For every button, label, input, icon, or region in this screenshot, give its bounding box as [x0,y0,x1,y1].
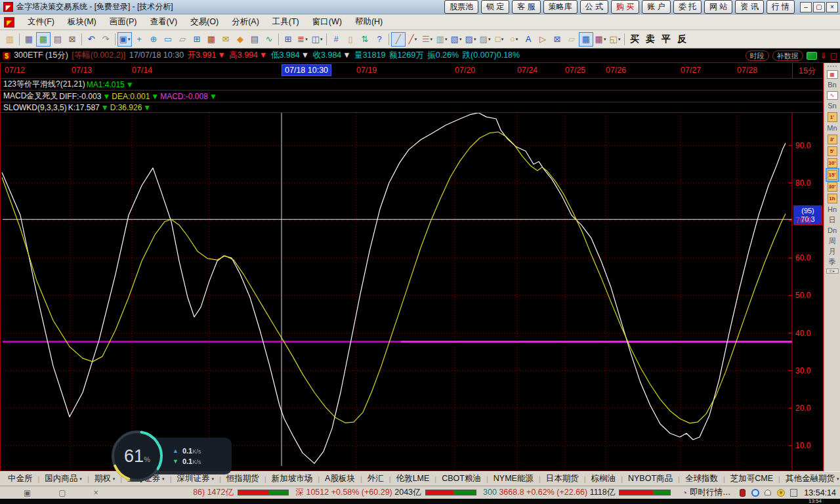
delete-drawing-icon[interactable]: ⊠ [550,32,564,47]
titlebar-button-股票池[interactable]: 股票池 [444,0,478,14]
copy-screen-icon[interactable]: ⊞ [190,32,204,47]
menu-板块(M)[interactable]: 板块(M) [61,15,103,29]
sidebar-label-周[interactable]: 周 [829,237,836,245]
draw-ellipse-icon[interactable]: ○▾ [507,32,521,47]
market-tab-A股板块[interactable]: A股板块 [320,472,360,486]
market-tab-全球指数[interactable]: 全球指数 [680,472,723,486]
restore-button[interactable]: ▢ [813,2,825,12]
data-card-icon[interactable] [807,52,817,60]
database-icon[interactable] [738,488,747,497]
trend-chart-icon[interactable]: ∿ [827,91,838,100]
titlebar-button-网站[interactable]: 网 站 [704,0,732,14]
market-tab-棕榈油[interactable]: 棕榈油 [586,472,621,486]
quote-status[interactable]: ◔即时行情… [682,487,731,498]
sidebar-label-季[interactable]: 季 [829,258,836,266]
zoom-in-icon[interactable]: ⊕ [146,32,161,47]
redo-icon[interactable]: ↷ [98,32,113,47]
titlebar-button-锁定[interactable]: 锁 定 [481,0,509,14]
updown-icon[interactable]: ⇅ [358,32,372,47]
market-tab-其他金融期货[interactable]: 其他金融期货▾ [780,472,840,486]
block-trade-icon[interactable]: ▦ [22,32,36,47]
sidebar-label-月[interactable]: 月 [829,247,836,256]
layout-icon[interactable]: ◫▾ [310,32,324,47]
period-button-30'[interactable]: 30' [828,182,837,192]
globe-icon[interactable] [751,488,760,497]
draw-flag-icon[interactable]: ▷ [536,32,550,47]
titlebar-button-账户[interactable]: 账 户 [642,0,670,14]
draw-gann-icon[interactable]: ▨▾ [463,32,478,47]
block-manage-icon[interactable]: ▦ [36,32,51,47]
market-tab-外汇[interactable]: 外汇 [362,472,389,486]
indicator-header-2[interactable]: MACD金叉死叉 DIFF:-0.003▼ DEA:0.001▼ MACD:-0… [1,91,823,102]
edit-note-icon[interactable]: ▱ [175,32,190,47]
sell-button[interactable]: 卖 [642,33,658,46]
sidebar-label-日[interactable]: 日 [829,216,836,224]
help-icon[interactable]: ? [372,32,387,47]
mail-icon[interactable]: ✉ [219,32,233,47]
restore-child-icon[interactable]: ▢ [58,488,66,497]
multi-chart-icon[interactable]: ⊞ [281,32,295,47]
market-tab-伦敦LME[interactable]: 伦敦LME [391,472,435,486]
indicator-list-icon[interactable]: ≣▾ [295,32,310,47]
menu-查看(V)[interactable]: 查看(V) [143,15,184,29]
draw-text-icon[interactable]: A [521,32,536,47]
menu-logo-icon[interactable]: ◤ [4,17,14,28]
palette-icon[interactable]: ▦▾ [593,32,608,47]
disk-icon[interactable] [789,488,799,497]
menu-工具(T)[interactable]: 工具(T) [266,15,306,29]
pan-icon[interactable]: + [132,32,146,47]
draw-vlines-icon[interactable]: ▥▾ [434,32,449,47]
titlebar-button-策略库[interactable]: 策略库 [543,0,578,14]
period-button-10'[interactable]: 10' [828,158,837,168]
custom-draw-icon[interactable]: ◱▾ [608,32,622,47]
period-button-5'[interactable]: 5' [828,146,837,156]
market-tab-新加坡市场[interactable]: 新加坡市场 [266,472,318,486]
indicator-header-1[interactable]: 123等价平滑线?(21,21) MA1:4.015▼ [1,79,823,91]
titlebar-button-资讯[interactable]: 资 讯 [735,0,763,14]
open-folder-icon[interactable]: ▥ [3,32,17,47]
titlebar-button-购买[interactable]: 购 买 [611,0,639,14]
draw-trend-icon[interactable]: ╱ [391,32,406,47]
draw-line-icon[interactable]: ╱▾ [406,32,420,47]
kline-chart-icon[interactable]: ▦ [827,70,838,79]
select-tool-icon[interactable]: ▣▾ [117,32,132,47]
market-tab-芝加哥CME[interactable]: 芝加哥CME [725,472,778,486]
market-tab-中金所[interactable]: 中金所 [3,472,38,486]
monitor-alert-icon[interactable]: ▦ [204,32,219,47]
sidebar-grip[interactable] [828,66,837,67]
draw-rect-icon[interactable]: □▾ [492,32,507,47]
cascade-windows-icon[interactable]: ▣ [24,488,31,497]
sidebar-collapse[interactable]: ≡ ▸ [826,268,839,274]
download-arrow-icon[interactable]: ⇓ [820,51,827,60]
restore-child-icon[interactable]: ▢ [830,51,837,60]
reverse-button[interactable]: 反 [674,33,690,46]
warning-icon[interactable]: ◆ [233,32,247,47]
ruler-icon[interactable]: ▭ [161,32,175,47]
titlebar-button-客服[interactable]: 客 服 [512,0,540,14]
sidebar-label-Mn[interactable]: Mn [827,124,837,133]
trend-lines-icon[interactable]: ∿ [262,32,276,47]
undo-icon[interactable]: ↶ [84,32,98,47]
info-button-补数据[interactable]: 补数据 [772,51,803,61]
eraser-icon[interactable]: ▱ [564,32,579,47]
sidebar-label-Hn[interactable]: Hn [828,205,837,214]
market-tab-国内商品[interactable]: 国内商品▾ [39,472,87,486]
flat-button[interactable]: 平 [658,33,674,46]
draw-fan-icon[interactable]: ▧▾ [449,32,463,47]
book-icon[interactable]: ▤ [51,32,65,47]
period-button-15'[interactable]: 15' [828,170,837,180]
calculator-icon[interactable]: ▦ [579,32,593,47]
titlebar-button-行情[interactable]: 行 情 [766,0,795,14]
close-button[interactable]: × [826,2,838,12]
slowkd-chart-area[interactable]: (95)70.3 ▲0.1K/s ▼0.1K/s 61% [1,113,823,471]
sidebar-label-Bn[interactable]: Bn [828,81,836,89]
hammer-icon[interactable]: ⊠ [65,32,79,47]
titlebar-button-公式[interactable]: 公 式 [580,0,608,14]
workstation-icon[interactable]: # [329,32,343,47]
menu-交易(O)[interactable]: 交易(O) [184,15,225,29]
menu-帮助(H)[interactable]: 帮助(H) [348,15,389,29]
info-button-时段[interactable]: 时段 [746,51,769,61]
menu-分析(A)[interactable]: 分析(A) [225,15,266,29]
close-child-icon[interactable]: × [94,488,98,497]
period-button-3'[interactable]: 3' [828,135,837,144]
